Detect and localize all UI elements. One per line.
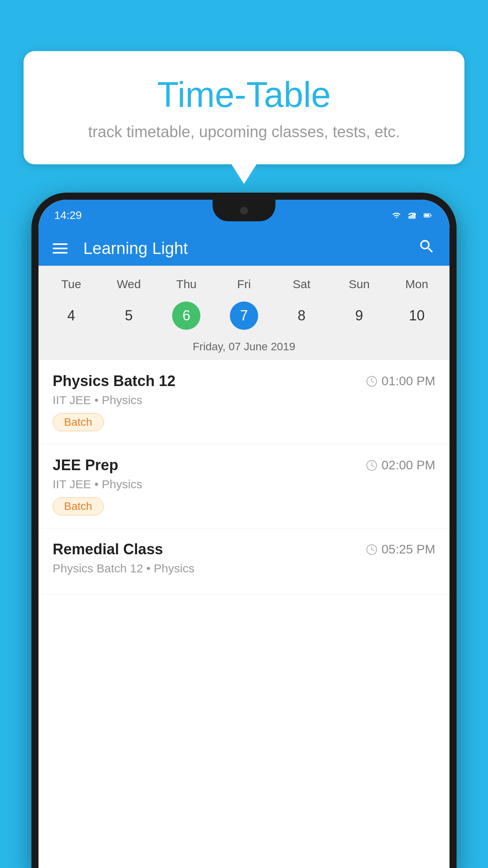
speech-bubble-title: Time-Table: [55, 75, 433, 115]
schedule-title-3: Remedial Class: [53, 541, 163, 558]
schedule-item-header-3: Remedial Class 05:25 PM: [53, 541, 435, 558]
status-time: 14:29: [54, 209, 82, 222]
schedule-subtitle-2: IIT JEE • Physics: [53, 478, 435, 491]
clock-icon-2: [366, 460, 378, 471]
day-thu: Thu: [158, 274, 215, 295]
battery-icon: [422, 211, 434, 220]
day-fri: Fri: [215, 274, 273, 295]
day-sun: Sun: [330, 274, 388, 295]
date-10[interactable]: 10: [388, 297, 446, 335]
schedule-time-2: 02:00 PM: [366, 458, 435, 473]
date-7-selected[interactable]: 7: [215, 297, 273, 335]
search-button[interactable]: [418, 238, 435, 259]
status-icons: [391, 211, 434, 220]
hamburger-menu-button[interactable]: [53, 243, 68, 254]
day-tue: Tue: [42, 274, 100, 295]
schedule-time-3: 05:25 PM: [366, 542, 435, 557]
schedule-item-header-2: JEE Prep 02:00 PM: [53, 457, 435, 474]
schedule-subtitle-1: IIT JEE • Physics: [53, 394, 435, 407]
day-mon: Mon: [388, 274, 446, 295]
batch-badge-2: Batch: [53, 497, 104, 515]
svg-rect-2: [412, 214, 414, 219]
phone-notch: [213, 200, 275, 221]
app-header: Learning Light: [39, 231, 449, 266]
clock-icon-3: [366, 544, 378, 555]
camera-dot: [240, 207, 248, 215]
svg-rect-1: [410, 215, 412, 219]
day-wed: Wed: [100, 274, 158, 295]
schedule-subtitle-3: Physics Batch 12 • Physics: [53, 562, 435, 575]
status-bar: 14:29: [39, 200, 449, 231]
calendar-dates: 4 5 6 7 8 9 10: [39, 295, 449, 337]
app-title: Learning Light: [83, 239, 418, 258]
day-sat: Sat: [273, 274, 330, 295]
schedule-item-physics-batch[interactable]: Physics Batch 12 01:00 PM IIT JEE • Phys…: [39, 360, 449, 444]
speech-bubble-subtitle: track timetable, upcoming classes, tests…: [55, 123, 433, 141]
date-5[interactable]: 5: [100, 297, 158, 335]
calendar-section: Tue Wed Thu Fri Sat Sun Mon 4 5 6 7 8 9 …: [39, 266, 449, 360]
date-9[interactable]: 9: [330, 297, 388, 335]
svg-rect-0: [409, 216, 410, 219]
date-4[interactable]: 4: [42, 297, 100, 335]
clock-icon-1: [366, 375, 378, 387]
wifi-icon: [391, 211, 402, 220]
calendar-days-header: Tue Wed Thu Fri Sat Sun Mon: [39, 274, 449, 295]
svg-rect-5: [424, 214, 429, 217]
date-8[interactable]: 8: [273, 297, 330, 335]
schedule-time-1: 01:00 PM: [366, 374, 435, 388]
selected-date-label: Friday, 07 June 2019: [39, 337, 449, 360]
date-6-today[interactable]: 6: [158, 297, 215, 335]
schedule-item-jee-prep[interactable]: JEE Prep 02:00 PM IIT JEE • Physics Batc…: [39, 444, 449, 528]
phone-mockup: 14:29: [31, 193, 457, 868]
batch-badge-1: Batch: [53, 413, 104, 431]
speech-bubble-section: Time-Table track timetable, upcoming cla…: [24, 51, 464, 164]
schedule-title-1: Physics Batch 12: [53, 373, 176, 390]
signal-icon: [406, 211, 418, 220]
schedule-title-2: JEE Prep: [53, 457, 118, 474]
svg-rect-3: [414, 213, 416, 219]
schedule-list: Physics Batch 12 01:00 PM IIT JEE • Phys…: [39, 360, 449, 594]
schedule-item-header-1: Physics Batch 12 01:00 PM: [53, 373, 435, 390]
phone-screen: 14:29: [39, 200, 449, 868]
speech-bubble-card: Time-Table track timetable, upcoming cla…: [24, 51, 464, 164]
schedule-item-remedial[interactable]: Remedial Class 05:25 PM Physics Batch 12…: [39, 528, 449, 594]
